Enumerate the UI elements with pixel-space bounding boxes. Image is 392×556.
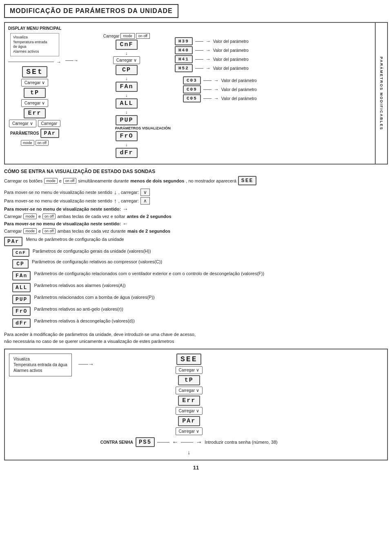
btn-mode-inline[interactable]: mode bbox=[44, 178, 58, 184]
nav-line3a: Para mover-se no menu de visualização ne… bbox=[4, 207, 121, 211]
param-text-pup: Parâmetros relacionados com a bomba de á… bbox=[34, 294, 388, 300]
param-text-all: Parâmetros relativos aos alarmes (valore… bbox=[34, 282, 388, 289]
display-menu-label: DISPLAY MENU PRINCIPAL bbox=[8, 26, 372, 31]
param-text-fro: Parâmetros relativos ao anti-gelo (valor… bbox=[34, 306, 388, 312]
lcd-h40: H40 bbox=[175, 46, 193, 54]
lcd-see-inline: SEE bbox=[238, 176, 256, 185]
param-item-cp: CP Parâmetros de configuração relativos … bbox=[12, 259, 388, 269]
btn-onoff-top[interactable]: on off bbox=[36, 140, 49, 146]
lcd-h39: H39 bbox=[175, 37, 193, 45]
btn-carregar-b3[interactable]: Carregar ∨ bbox=[176, 407, 203, 415]
param-text-fan: Parâmetros de configuração relacionados … bbox=[34, 271, 388, 277]
lcd-tp-bottom: tP bbox=[178, 375, 200, 385]
lcd-par-top: PAr bbox=[40, 129, 59, 138]
aceder-text: Para aceder à modificação de parâmetros … bbox=[4, 331, 388, 345]
text-no-mostrador: , no mostrador aparecerá bbox=[186, 178, 236, 183]
nav-line1b: , carregar: bbox=[118, 190, 139, 195]
parametros-label: PARÂMETROS bbox=[10, 131, 39, 136]
btn-carregar-cnf[interactable]: Carregar mode on off bbox=[103, 33, 150, 39]
bottom-diagram: VisualizaTemperatura entrada da águaAlar… bbox=[4, 349, 388, 460]
lcd-cp: CP bbox=[116, 65, 138, 75]
page-number: 11 bbox=[4, 465, 388, 471]
text-simultaneamente: simultâneamente durante bbox=[78, 178, 129, 183]
btn-down-nav[interactable]: ∨ bbox=[140, 189, 150, 196]
lcd-fan: FAn bbox=[116, 82, 138, 92]
lcd-pup-list: PUP bbox=[12, 295, 31, 304]
lcd-err: Err bbox=[24, 108, 46, 118]
lcd-ps5: PS5 bbox=[136, 437, 155, 447]
btn-mode-nav4[interactable]: mode bbox=[23, 228, 37, 234]
param-item-par: PAr Menu de parâmetros de configuração d… bbox=[4, 236, 388, 246]
lcd-par-bottom: PAr bbox=[178, 416, 200, 426]
btn-onoff-inline[interactable]: on off bbox=[63, 178, 76, 184]
nav-line2: Para mover-se no menu de visualização ne… bbox=[4, 198, 112, 203]
btn-carregar-b1[interactable]: Carregar ∨ bbox=[176, 366, 203, 374]
sidebar-parametros-label: PARÁMETROS MODIFICABLES bbox=[379, 56, 383, 130]
btn-carregar-cp[interactable]: Carregar ∨ bbox=[113, 56, 140, 64]
nav-line1: Para mover-se no menu de visualização ne… bbox=[4, 190, 112, 195]
param-item-fan: FAn Parâmetros de configuração relaciona… bbox=[12, 271, 388, 280]
nav-e-3: e bbox=[38, 214, 41, 219]
introduzir-text: Introduzir contra senha (número, 38) bbox=[205, 440, 278, 445]
lcd-h41: H41 bbox=[175, 55, 193, 63]
valor-param-c05: Valor del parámetro bbox=[221, 96, 257, 101]
param-item-fro: FrO Parâmetros relativos ao anti-gelo (v… bbox=[12, 306, 388, 316]
valor-param-h52: Valor del parámetro bbox=[213, 66, 249, 71]
nav-line2b: , carregar: bbox=[118, 198, 139, 203]
lcd-see-bottom: SEE bbox=[176, 354, 201, 365]
visualiza-text: VisualizaTemperatura entradade águaAlarm… bbox=[10, 33, 59, 56]
lcd-c09: C09 bbox=[183, 85, 201, 93]
valor-param-c09: Valor del parámetro bbox=[221, 87, 257, 92]
lcd-all-list: ALL bbox=[12, 283, 31, 292]
nav-carregar-3: Carregar bbox=[4, 214, 22, 219]
param-item-cnf: CnF Parâmetros de configuração gerais da… bbox=[12, 248, 388, 257]
lcd-fan-list: FAn bbox=[12, 271, 31, 280]
bottom-left-box: VisualizaTemperatura entrada da águaAlar… bbox=[9, 354, 72, 376]
lcd-cnf-list: CnF bbox=[12, 249, 29, 257]
lcd-c05: C05 bbox=[183, 94, 201, 102]
section-como-title: CÓMO SE ENTRA NA VISUALIZAÇÃO DE ESTADO … bbox=[4, 169, 388, 174]
text-e-1: e bbox=[59, 178, 62, 183]
btn-mode-top[interactable]: mode bbox=[21, 140, 34, 146]
arrow-right-icon: → bbox=[196, 438, 202, 446]
param-item-dfr: dFr Parâmetros relativos à descongelação… bbox=[12, 318, 388, 328]
btn-onoff-nav3[interactable]: on off bbox=[42, 214, 56, 219]
btn-carregar-2[interactable]: Carregar ∨ bbox=[21, 99, 48, 107]
parametros-vis-label: PARÁMETROS VISUALIZACIÓN bbox=[115, 126, 171, 130]
param-text-cnf: Parâmetros de configuração gerais da uni… bbox=[33, 248, 388, 254]
lcd-fro-list: FrO bbox=[12, 307, 31, 316]
valor-param-h41: Valor del parámetro bbox=[213, 57, 249, 62]
lcd-cnf: CnF bbox=[116, 40, 138, 50]
btn-carregar-1[interactable]: Carregar ∨ bbox=[21, 79, 48, 87]
nav-carregar-4: Carregar bbox=[4, 229, 22, 234]
param-item-all: ALL Parâmetros relativos aos alarmes (va… bbox=[12, 282, 388, 292]
valor-param-h40: Valor del parámetro bbox=[213, 48, 249, 53]
btn-carregar-b2[interactable]: Carregar ∨ bbox=[176, 387, 203, 394]
nav-ambas-3: ambas teclas de cada vez e soltar bbox=[57, 214, 125, 219]
btn-onoff-nav4[interactable]: on off bbox=[42, 228, 56, 234]
lcd-cp-list: CP bbox=[12, 259, 29, 269]
lcd-all: ALL bbox=[116, 98, 138, 109]
page-title: MODIFICAÇÃO DE PARÁMETROS DA UNIDADE bbox=[4, 4, 178, 18]
nav-e-4: e bbox=[38, 229, 41, 234]
btn-mode-nav3[interactable]: mode bbox=[23, 214, 37, 219]
text-carregar-botoes: Carregar os botões bbox=[4, 178, 42, 183]
lcd-see-top: SEt bbox=[22, 66, 47, 78]
param-text-dfr: Parâmetros relativos à descongelação (va… bbox=[34, 318, 388, 324]
param-item-pup: PUP Parâmetros relacionados com a bomba … bbox=[12, 294, 388, 304]
btn-carregar-3a[interactable]: Carregar ∨ bbox=[9, 120, 36, 127]
contra-senha-label: CONTRA SENHA bbox=[100, 440, 133, 445]
param-text-cp: Parâmetros de configuração relativos ao … bbox=[32, 259, 388, 265]
lcd-err-bottom: Err bbox=[178, 396, 200, 406]
lcd-pup: PUP bbox=[116, 115, 138, 125]
btn-carregar-b4[interactable]: Carregar ∨ bbox=[176, 427, 203, 435]
nav-ambas-4: ambas teclas de cada vez durante bbox=[57, 229, 126, 234]
valor-param-c03: Valor del parámetro bbox=[221, 78, 257, 83]
btn-up-nav[interactable]: ∧ bbox=[140, 197, 150, 205]
lcd-tp: tP bbox=[24, 88, 46, 98]
param-text-par: Menu de parâmetros de configuração da un… bbox=[26, 236, 388, 242]
btn-carregar-3b[interactable]: Carregar bbox=[38, 120, 60, 127]
lcd-fro: FrO bbox=[116, 131, 138, 141]
valor-param-h39: Valor del parámetro bbox=[213, 39, 249, 44]
lcd-h52: H52 bbox=[175, 64, 193, 72]
